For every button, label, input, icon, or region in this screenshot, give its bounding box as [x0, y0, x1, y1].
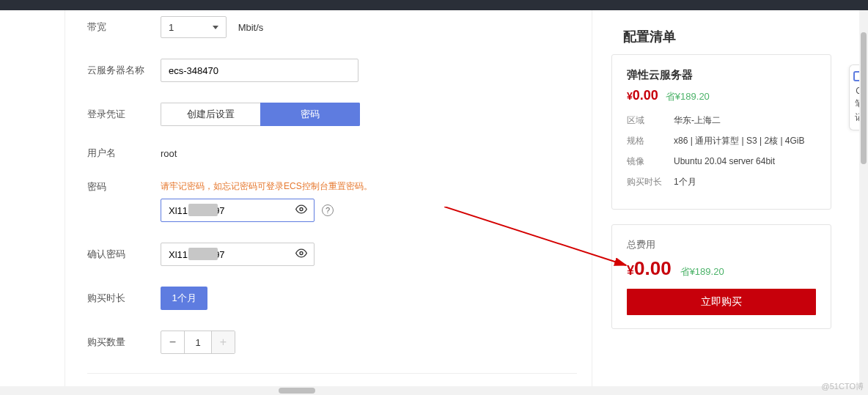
spec-region-label: 区域	[627, 114, 674, 127]
quantity-label: 购买数量	[87, 336, 161, 349]
eye-icon[interactable]	[295, 248, 307, 262]
server-name-input[interactable]	[161, 59, 358, 82]
total-card: 总费用 ¥0.00 省¥189.20 立即购买	[611, 224, 831, 329]
bandwidth-select[interactable]: 1	[161, 16, 227, 38]
spec-image-label: 镜像	[627, 155, 674, 168]
vertical-scrollbar[interactable]	[859, 10, 868, 386]
spec-duration-label: 购买时长	[627, 175, 674, 188]
help-icon[interactable]: ?	[322, 204, 334, 216]
credentials-label: 登录凭证	[87, 108, 161, 121]
password-label: 密码	[87, 180, 161, 193]
watermark: @51CTO博	[822, 381, 864, 392]
password-input[interactable]	[161, 199, 315, 222]
quantity-plus-button[interactable]: +	[211, 331, 235, 353]
bandwidth-value: 1	[169, 22, 174, 33]
sidebar-title: 配置清单	[623, 28, 831, 45]
bandwidth-unit: Mbit/s	[238, 22, 264, 33]
spec-duration-value: 1个月	[674, 175, 696, 188]
spec-spec-label: 规格	[627, 134, 674, 147]
total-save: 省¥189.20	[680, 265, 724, 278]
username-label: 用户名	[87, 147, 161, 160]
bandwidth-label: 带宽	[87, 21, 161, 34]
credentials-password-toggle[interactable]: 密码	[260, 103, 360, 126]
confirm-password-label: 确认密码	[87, 248, 161, 261]
username-value: root	[161, 148, 577, 159]
confirm-password-input[interactable]	[161, 243, 315, 266]
chevron-down-icon	[213, 26, 218, 29]
horizontal-scrollbar[interactable]	[0, 386, 868, 395]
total-price: ¥0.00	[627, 257, 672, 280]
divider	[87, 373, 577, 374]
spec-region-value: 华东-上海二	[674, 114, 721, 127]
sidebar: 配置清单 弹性云服务器 ¥0.00 省¥189.20 区域 华东-上海二 规格 …	[611, 10, 831, 395]
product-price: ¥0.00	[627, 88, 658, 103]
svg-point-0	[300, 208, 303, 211]
spec-image-value: Ubuntu 20.04 server 64bit	[674, 155, 775, 168]
eye-icon[interactable]	[295, 204, 307, 218]
top-bar	[0, 0, 868, 10]
spec-spec-value: x86 | 通用计算型 | S3 | 2核 | 4GiB	[674, 134, 805, 147]
quantity-minus-button[interactable]: −	[161, 331, 185, 353]
main-form-panel: 带宽 1 Mbit/s 云服务器名称 登录凭证 创建后设置 密码	[65, 10, 592, 395]
product-title: 弹性云服务器	[627, 68, 816, 82]
quantity-value: 1	[185, 331, 211, 353]
duration-label: 购买时长	[87, 292, 161, 305]
buy-now-button[interactable]: 立即购买	[627, 289, 816, 315]
svg-point-1	[300, 252, 303, 255]
product-save: 省¥189.20	[666, 90, 710, 103]
product-card: 弹性云服务器 ¥0.00 省¥189.20 区域 华东-上海二 规格 x86 |…	[611, 54, 831, 210]
server-name-label: 云服务器名称	[87, 64, 161, 77]
password-hint: 请牢记密码，如忘记密码可登录ECS控制台重置密码。	[161, 180, 577, 193]
quantity-stepper[interactable]: − 1 +	[161, 331, 235, 354]
credentials-setup-toggle[interactable]: 创建后设置	[161, 103, 260, 126]
duration-button[interactable]: 1个月	[161, 287, 207, 310]
total-label: 总费用	[627, 238, 816, 251]
